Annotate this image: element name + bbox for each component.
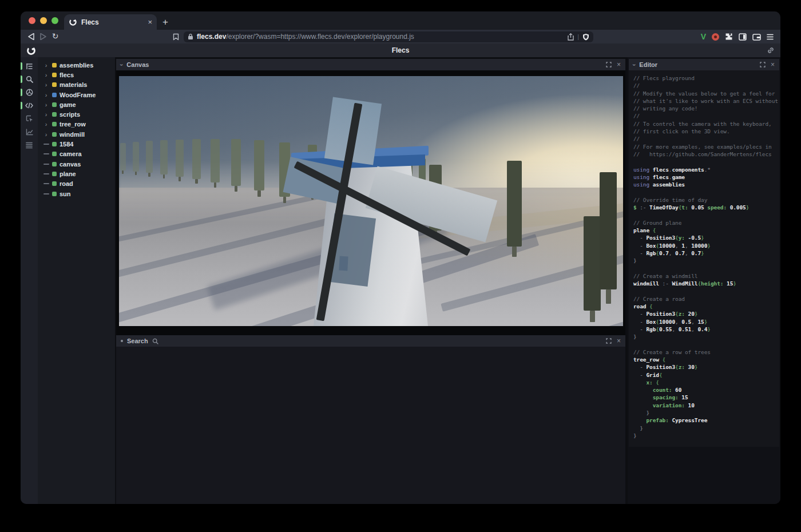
expand-chevron-icon[interactable]: › xyxy=(43,81,49,88)
entity-kind-square xyxy=(52,102,57,107)
window-close-button[interactable] xyxy=(29,17,35,24)
tree-item-1584[interactable]: 1584 xyxy=(38,139,115,149)
tree-item-scripts[interactable]: ›scripts xyxy=(38,109,115,119)
bookmark-icon[interactable] xyxy=(170,33,181,41)
search-panel-body[interactable] xyxy=(116,347,625,504)
browser-tab-bar: Flecs × + xyxy=(21,11,780,30)
code-editor[interactable]: // Flecs playground//// Modify the value… xyxy=(629,70,779,447)
close-icon[interactable]: × xyxy=(771,61,775,68)
forward-button[interactable] xyxy=(37,31,49,42)
code-line: // Create a windmill xyxy=(633,272,779,280)
entity-kind-square xyxy=(52,192,57,196)
extension-icons: V xyxy=(701,32,774,41)
expand-chevron-icon[interactable]: › xyxy=(43,101,49,108)
code-line: // writing any code! xyxy=(633,105,779,112)
expand-chevron-icon[interactable]: › xyxy=(43,111,49,118)
active-indicator xyxy=(21,102,22,109)
canvas-panel-title: Canvas xyxy=(126,61,149,68)
expand-chevron-icon[interactable]: › xyxy=(43,62,49,69)
search-panel-title[interactable]: Search xyxy=(127,338,148,344)
close-icon[interactable]: × xyxy=(617,61,621,68)
tree-item-materials[interactable]: ›materials xyxy=(38,80,115,90)
code-line: // Modify the values below to get a feel… xyxy=(633,90,779,97)
entity-kind-square xyxy=(52,82,57,87)
expand-chevron-icon[interactable]: › xyxy=(43,121,49,128)
code-line: using flecs.components.* xyxy=(633,166,779,173)
tree-item-flecs[interactable]: ›flecs xyxy=(38,70,115,80)
fullscreen-icon[interactable] xyxy=(606,338,612,344)
editor-panel-title: Editor xyxy=(639,61,657,68)
tree-item-tree_row[interactable]: ›tree_row xyxy=(38,120,115,129)
vimium-extension-icon[interactable]: V xyxy=(701,32,706,41)
menu-icon[interactable] xyxy=(767,34,774,40)
chevron-down-icon[interactable]: › xyxy=(631,63,637,65)
fullscreen-icon[interactable] xyxy=(606,62,612,68)
code-line xyxy=(633,211,779,219)
bullet-icon[interactable] xyxy=(121,340,123,342)
tree-item-plane[interactable]: plane xyxy=(38,169,115,178)
tree-item-game[interactable]: ›game xyxy=(38,100,115,109)
expand-chevron-icon[interactable]: › xyxy=(43,72,49,78)
entity-tree-icon[interactable] xyxy=(21,61,38,71)
queries-icon[interactable] xyxy=(21,140,38,150)
entity-kind-square xyxy=(52,162,57,166)
tree-trunk xyxy=(148,173,150,177)
code-line: } xyxy=(633,432,779,439)
expand-chevron-icon[interactable]: › xyxy=(43,131,49,138)
chevron-down-icon[interactable]: › xyxy=(118,63,125,65)
tree-item-windmill[interactable]: ›windmill xyxy=(38,129,115,139)
tree-trunk xyxy=(257,190,260,197)
code-line: - Box{10000, 1, 10000} xyxy=(633,242,779,249)
flecs-favicon-icon xyxy=(69,18,77,26)
tab-close-icon[interactable]: × xyxy=(148,18,152,26)
tree-item-road[interactable]: road xyxy=(38,179,115,189)
leaf-dash-icon xyxy=(43,173,49,174)
search-panel-header: Search × xyxy=(116,335,625,347)
tree-item-label: sun xyxy=(60,190,71,197)
cypress-tree xyxy=(192,139,201,179)
cypress-tree xyxy=(120,143,126,170)
window-minimize-button[interactable] xyxy=(40,17,47,24)
code-line xyxy=(633,340,779,348)
share-icon[interactable] xyxy=(568,33,574,41)
url-divider: | xyxy=(577,33,579,40)
red-extension-icon[interactable] xyxy=(712,33,719,41)
active-indicator xyxy=(21,76,22,83)
browser-tab[interactable]: Flecs × xyxy=(64,14,157,30)
extensions-puzzle-icon[interactable] xyxy=(725,33,733,41)
code-line: } xyxy=(633,257,779,264)
stats-icon[interactable] xyxy=(21,127,38,137)
tree-item-assemblies[interactable]: ›assemblies xyxy=(38,60,115,70)
scene-icon[interactable] xyxy=(21,88,38,97)
tree-item-canvas[interactable]: canvas xyxy=(38,159,115,169)
fullscreen-icon[interactable] xyxy=(760,62,766,68)
tree-item-sun[interactable]: sun xyxy=(38,189,115,198)
side-panel-icon[interactable] xyxy=(739,33,747,41)
reload-button[interactable]: ↻ xyxy=(49,31,61,41)
code-icon[interactable] xyxy=(21,101,38,110)
leaf-dash-icon xyxy=(43,153,49,154)
tree-item-camera[interactable]: camera xyxy=(38,149,115,159)
code-line: - Grid{ xyxy=(633,371,779,379)
window-zoom-button[interactable] xyxy=(51,17,58,24)
back-button[interactable] xyxy=(25,31,37,42)
tree-item-label: game xyxy=(60,101,76,108)
search-magnifier-icon[interactable] xyxy=(152,338,158,344)
canvas-3d-viewport[interactable] xyxy=(119,76,623,326)
code-line: - Position3{y: -0.5} xyxy=(633,234,779,241)
new-tab-button[interactable]: + xyxy=(157,14,174,30)
expand-chevron-icon[interactable]: › xyxy=(43,92,49,98)
app-header: Flecs xyxy=(21,43,780,57)
app-body: ›assemblies›flecs›materials›WoodFrame›ga… xyxy=(21,57,780,504)
cypress-tree xyxy=(584,216,601,311)
code-line xyxy=(633,158,779,165)
shield-icon[interactable] xyxy=(582,33,589,41)
tree-item-WoodFrame[interactable]: ›WoodFrame xyxy=(38,90,115,100)
code-line: using flecs.game xyxy=(633,173,779,181)
inspector-icon[interactable] xyxy=(21,114,38,124)
url-bar[interactable]: flecs.dev /explorer/?wasm=https://www.fl… xyxy=(184,31,593,42)
search-icon[interactable] xyxy=(21,74,38,84)
leaf-dash-icon xyxy=(43,164,49,165)
close-icon[interactable]: × xyxy=(617,338,621,344)
wallet-icon[interactable] xyxy=(752,33,761,41)
